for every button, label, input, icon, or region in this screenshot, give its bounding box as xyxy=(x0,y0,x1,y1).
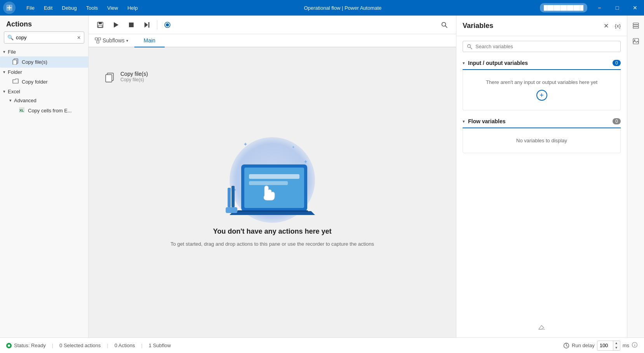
search-clear-icon[interactable]: ✕ xyxy=(77,35,81,40)
action-copy-files[interactable]: Copy file(s) xyxy=(0,56,88,68)
svg-text:i: i xyxy=(634,343,635,347)
chevron-icon: ▾ xyxy=(9,98,12,103)
menu-help[interactable]: Help xyxy=(123,0,143,16)
info-icon: i xyxy=(632,342,638,349)
actions-search-input[interactable] xyxy=(4,32,84,43)
statusbar: Status: Ready | 0 Selected actions | 0 A… xyxy=(0,337,644,353)
run-button[interactable] xyxy=(109,18,123,32)
menu-file[interactable]: File xyxy=(22,0,39,16)
run-delay-decrement[interactable]: ▼ xyxy=(613,346,620,350)
svg-rect-24 xyxy=(249,181,288,185)
flow-section-header[interactable]: ▾ Flow variables 0 xyxy=(463,115,621,128)
tab-main-label: Main xyxy=(144,37,155,44)
xvar-label: {x} xyxy=(615,23,621,29)
svg-point-29 xyxy=(468,44,471,47)
save-button[interactable] xyxy=(93,18,107,32)
menu-view[interactable]: View xyxy=(103,0,123,16)
tab-main[interactable]: Main xyxy=(134,34,165,47)
stop-button[interactable] xyxy=(124,18,138,32)
flow-variables-empty-text: No variables to display xyxy=(463,128,621,153)
svg-rect-35 xyxy=(633,38,639,44)
input-output-section-header[interactable]: ▾ Input / output variables 0 xyxy=(463,57,621,70)
variables-panel: Variables ✕ {x} ▾ Input / output variab xyxy=(456,16,627,337)
action-copy-cells[interactable]: XL Copy cells from E... xyxy=(0,105,88,116)
flow-canvas[interactable]: Copy file(s) Copy file(s) ✦ ✦ ✦ ✦ ✦ xyxy=(89,47,456,337)
empty-state: ✦ ✦ ✦ ✦ ✦ xyxy=(171,137,374,248)
image-icon[interactable] xyxy=(629,34,643,48)
svg-rect-20 xyxy=(106,75,112,82)
step-button[interactable] xyxy=(140,18,154,32)
category-file-label: File xyxy=(8,49,16,55)
action-card-copy-files[interactable]: Copy file(s) Copy file(s) xyxy=(104,71,148,84)
svg-line-15 xyxy=(446,26,447,28)
category-excel[interactable]: ▾ Excel xyxy=(0,87,88,96)
svg-point-13 xyxy=(166,23,169,26)
svg-point-36 xyxy=(634,40,635,41)
action-copy-folder[interactable]: Copy folder xyxy=(0,77,88,87)
category-folder[interactable]: ▾ Folder xyxy=(0,68,88,77)
flow-variables-title: Flow variables xyxy=(468,118,609,124)
variables-search-box[interactable] xyxy=(463,41,621,52)
chevron-icon: ▾ xyxy=(3,49,5,54)
app-icon xyxy=(3,2,16,14)
variables-close-button[interactable]: ✕ xyxy=(601,20,612,31)
run-delay-unit: ms xyxy=(623,343,629,348)
user-account[interactable]: ████████████ xyxy=(540,3,587,12)
svg-rect-18 xyxy=(97,41,99,43)
svg-rect-25 xyxy=(237,210,308,212)
eraser-button[interactable] xyxy=(538,322,546,333)
add-variable-button[interactable]: + xyxy=(536,90,547,101)
folder-icon xyxy=(12,79,19,85)
flow-toolbar xyxy=(89,16,456,34)
svg-point-37 xyxy=(8,344,10,347)
menu-debug[interactable]: Debug xyxy=(57,0,81,16)
category-file[interactable]: ▾ File xyxy=(0,47,88,56)
svg-marker-8 xyxy=(114,22,118,28)
svg-rect-16 xyxy=(95,38,97,40)
section-chevron-icon: ▾ xyxy=(463,119,465,124)
record-button[interactable] xyxy=(160,18,174,32)
action-card-sub: Copy file(s) xyxy=(120,77,148,82)
svg-rect-7 xyxy=(98,25,102,27)
action-card-icon xyxy=(104,72,117,84)
svg-rect-17 xyxy=(98,38,101,40)
run-delay-value[interactable] xyxy=(597,341,613,350)
svg-rect-34 xyxy=(633,27,639,28)
svg-rect-33 xyxy=(633,25,639,26)
run-delay-input[interactable]: ▲ ▼ xyxy=(597,341,620,351)
selected-actions-count: 0 Selected actions xyxy=(59,343,101,348)
menu-edit[interactable]: Edit xyxy=(39,0,57,16)
run-delay-box: Run delay ▲ ▼ ms i xyxy=(563,341,638,351)
subcategory-advanced[interactable]: ▾ Advanced xyxy=(0,96,88,105)
svg-rect-28 xyxy=(226,207,237,213)
tab-subflows-label: Subflows xyxy=(103,37,125,44)
tab-subflows[interactable]: Subflows ▾ xyxy=(89,34,134,47)
svg-rect-32 xyxy=(633,23,639,24)
actions-search-box[interactable]: 🔍 ✕ xyxy=(4,31,84,44)
menu-tools[interactable]: Tools xyxy=(82,0,103,16)
layers-icon[interactable] xyxy=(629,19,643,33)
flow-canvas-panel: Subflows ▾ Main xyxy=(89,16,456,337)
empty-illustration: ✦ ✦ ✦ ✦ ✦ xyxy=(222,137,323,223)
run-delay-increment[interactable]: ▲ xyxy=(613,341,620,346)
svg-text:XL: XL xyxy=(19,108,24,112)
flow-variables-section: ▾ Flow variables 0 No variables to displ… xyxy=(463,115,621,153)
status-ready: Status: Ready xyxy=(6,343,46,348)
toolbar-separator xyxy=(157,20,157,30)
action-tree: ▾ File Copy file(s) ▾ Folder xyxy=(0,47,88,337)
close-button[interactable]: ✕ xyxy=(626,0,644,16)
svg-rect-6 xyxy=(99,22,102,24)
minimize-button[interactable]: − xyxy=(590,0,608,16)
section-chevron-icon: ▾ xyxy=(463,61,465,66)
variables-header: Variables ✕ {x} xyxy=(456,16,627,36)
svg-rect-9 xyxy=(129,23,134,27)
search-button[interactable] xyxy=(437,18,451,32)
actions-title: Actions xyxy=(0,16,88,31)
pencil-illustration xyxy=(222,184,241,215)
side-icon-strip xyxy=(627,16,644,337)
variables-search-input[interactable] xyxy=(475,44,616,49)
svg-line-30 xyxy=(470,47,472,49)
status-text: Status: Ready xyxy=(14,343,46,348)
restore-button[interactable]: □ xyxy=(608,0,626,16)
subflow-count: 1 Subflow xyxy=(149,343,171,348)
